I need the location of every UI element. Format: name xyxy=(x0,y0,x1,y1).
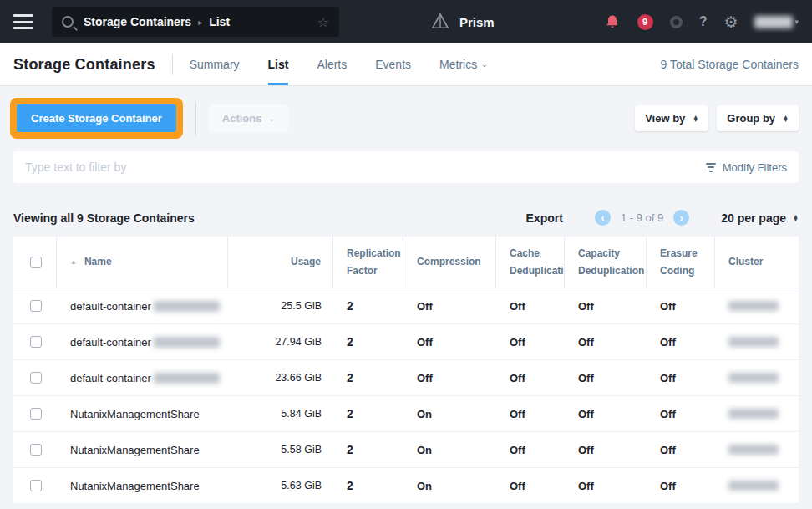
row-checkbox[interactable] xyxy=(30,480,42,491)
cell-cache-dedup: Off xyxy=(496,324,565,359)
user-menu[interactable]: ▾ xyxy=(754,16,799,28)
select-all-checkbox[interactable] xyxy=(30,257,42,268)
cell-capacity-dedup: Off xyxy=(565,396,647,431)
previous-page-button[interactable]: ‹ xyxy=(595,210,611,226)
row-checkbox[interactable] xyxy=(30,408,42,420)
table-row: NutanixManagementShare5.58 GiB2OnOffOffO… xyxy=(13,432,799,468)
alert-count-badge[interactable]: 9 xyxy=(637,14,653,30)
username-redacted xyxy=(754,16,793,28)
cell-name[interactable]: NutanixManagementShare xyxy=(57,432,228,467)
sort-ascending-icon: ▲ xyxy=(70,257,77,268)
cell-replication-factor: 2 xyxy=(333,432,403,467)
cell-replication-factor: 2 xyxy=(333,324,403,359)
cell-erasure-coding: Off xyxy=(647,324,715,359)
cell-capacity-dedup: Off xyxy=(565,324,647,359)
column-header-capacity-dedup[interactable]: Capacity Deduplication xyxy=(565,237,647,288)
table-row: default-container25.5 GiB2OffOffOffOff xyxy=(13,288,799,324)
column-header-cluster[interactable]: Cluster xyxy=(715,237,799,288)
pagination: ‹ 1 - 9 of 9 › xyxy=(595,210,689,226)
tab-metrics[interactable]: Metrics⌄ xyxy=(439,43,488,85)
table-header-row: ▲Name Usage Replication Factor Compressi… xyxy=(13,237,799,288)
column-header-usage[interactable]: Usage xyxy=(228,237,333,288)
cell-replication-factor: 2 xyxy=(333,288,403,323)
cell-usage: 27.94 GiB xyxy=(228,324,333,359)
cell-erasure-coding: Off xyxy=(647,396,715,431)
filter-bar: Modify Filters xyxy=(13,151,799,183)
cell-compression: On xyxy=(403,396,496,431)
column-header-cache-dedup[interactable]: Cache Deduplication xyxy=(496,237,565,288)
cell-usage: 23.66 GiB xyxy=(228,360,333,395)
redacted-cluster-name xyxy=(728,337,779,347)
per-page-select[interactable]: 20 per page ▲▼ xyxy=(721,211,799,225)
global-search-bar[interactable]: Storage Containers ▸ List ☆ xyxy=(52,7,339,37)
breadcrumb-view[interactable]: List xyxy=(209,15,230,28)
cell-name[interactable]: default-container xyxy=(57,324,228,359)
cell-compression: On xyxy=(403,468,496,503)
select-arrows-icon: ▲▼ xyxy=(693,115,698,122)
table-row: NutanixManagementShare5.84 GiB2OnOffOffO… xyxy=(13,396,799,432)
redacted-cluster-name xyxy=(728,409,779,419)
row-checkbox[interactable] xyxy=(30,372,42,384)
cell-name[interactable]: default-container xyxy=(57,360,228,395)
table-row: NutanixManagementShare5.63 GiB2OnOffOffO… xyxy=(13,468,799,504)
cell-compression: Off xyxy=(403,360,496,395)
table-body: default-container25.5 GiB2OffOffOffOffde… xyxy=(13,288,799,504)
brand-name: Prism xyxy=(459,15,495,29)
tab-alerts[interactable]: Alerts xyxy=(317,43,347,85)
create-storage-container-button[interactable]: Create Storage Container xyxy=(17,104,176,132)
row-checkbox-cell xyxy=(13,396,57,431)
cell-usage: 25.5 GiB xyxy=(228,288,333,323)
tab-summary[interactable]: Summary xyxy=(190,43,240,85)
row-checkbox[interactable] xyxy=(30,300,42,312)
tab-events[interactable]: Events xyxy=(375,43,411,85)
storage-containers-table: ▲Name Usage Replication Factor Compressi… xyxy=(13,237,799,504)
cell-cluster xyxy=(715,432,799,467)
chevron-down-icon: ⌄ xyxy=(268,115,275,123)
row-checkbox[interactable] xyxy=(30,336,42,348)
cell-replication-factor: 2 xyxy=(333,396,403,431)
column-header-replication-factor[interactable]: Replication Factor xyxy=(333,237,403,288)
row-checkbox-cell xyxy=(13,324,57,359)
brand: Prism xyxy=(431,13,495,31)
export-button[interactable]: Export xyxy=(526,211,563,225)
row-checkbox-cell xyxy=(13,288,57,323)
column-header-compression[interactable]: Compression xyxy=(403,237,496,288)
row-checkbox[interactable] xyxy=(30,444,42,456)
actions-dropdown-button[interactable]: Actions ⌄ xyxy=(209,104,288,132)
cell-name[interactable]: NutanixManagementShare xyxy=(57,396,228,431)
filter-text-input[interactable] xyxy=(25,160,706,174)
tab-list[interactable]: List xyxy=(268,43,289,85)
entity-header-bar: Storage Containers Summary List Alerts E… xyxy=(0,43,812,86)
status-ring-icon[interactable] xyxy=(670,16,683,28)
hamburger-menu-icon[interactable] xyxy=(13,14,33,29)
cell-erasure-coding: Off xyxy=(647,468,715,503)
cell-capacity-dedup: Off xyxy=(565,360,647,395)
cell-usage: 5.58 GiB xyxy=(228,432,333,467)
viewing-summary: Viewing all 9 Storage Containers xyxy=(13,211,195,225)
next-page-button[interactable]: › xyxy=(673,210,689,226)
redacted-cluster-name xyxy=(728,445,779,455)
modify-filters-button[interactable]: Modify Filters xyxy=(706,161,787,174)
breadcrumb-entity[interactable]: Storage Containers xyxy=(84,15,191,28)
cell-cache-dedup: Off xyxy=(496,288,565,323)
cell-name[interactable]: NutanixManagementShare xyxy=(57,468,228,503)
redacted-name-suffix xyxy=(154,301,220,312)
cell-usage: 5.63 GiB xyxy=(228,468,333,503)
table-row: default-container27.94 GiB2OffOffOffOff xyxy=(13,324,799,360)
cell-cluster xyxy=(715,324,799,359)
cell-name[interactable]: default-container xyxy=(57,288,228,323)
favorite-star-icon[interactable]: ☆ xyxy=(317,14,329,30)
group-by-select[interactable]: Group by ▲▼ xyxy=(717,105,799,131)
help-icon[interactable]: ? xyxy=(699,14,708,29)
alerts-bell-icon[interactable] xyxy=(604,13,621,30)
settings-gear-icon[interactable]: ⚙ xyxy=(723,14,738,30)
redacted-name-suffix xyxy=(154,373,220,384)
cell-cache-dedup: Off xyxy=(496,432,565,467)
column-header-name[interactable]: ▲Name xyxy=(57,237,228,288)
view-by-select[interactable]: View by ▲▼ xyxy=(635,105,708,131)
chevron-down-icon: ⌄ xyxy=(481,60,488,69)
column-header-erasure-coding[interactable]: Erasure Coding xyxy=(647,237,715,288)
cell-cache-dedup: Off xyxy=(496,396,565,431)
cell-compression: Off xyxy=(403,288,496,323)
cell-replication-factor: 2 xyxy=(333,468,403,503)
